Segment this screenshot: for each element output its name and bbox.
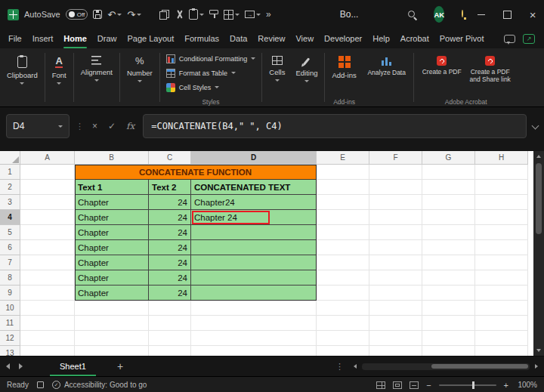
cell-G5[interactable] (422, 225, 475, 240)
comments-icon[interactable] (504, 35, 515, 43)
cell-H7[interactable] (475, 255, 528, 270)
autosave-toggle[interactable]: Off (66, 9, 88, 20)
cell-D2[interactable]: CONCATENATED TEXT (191, 180, 317, 195)
cell-G4[interactable] (422, 210, 475, 225)
name-box[interactable]: D4 (6, 114, 70, 138)
cell-H4[interactable] (475, 210, 528, 225)
select-all-corner[interactable] (0, 151, 20, 165)
macro-record-icon[interactable] (37, 381, 44, 388)
menu-item-insert[interactable]: Insert (27, 29, 59, 48)
cell-D13[interactable] (191, 346, 317, 356)
row-header-2[interactable]: 2 (0, 180, 20, 195)
row-header-3[interactable]: 3 (0, 195, 20, 210)
cell-D11[interactable] (191, 316, 317, 331)
more-commands-button[interactable]: » (266, 9, 271, 20)
create-pdf-button[interactable]: Create a PDF (419, 56, 465, 76)
menu-item-acrobat[interactable]: Acrobat (395, 29, 434, 48)
conditional-formatting-button[interactable]: Conditional Formatting (166, 51, 256, 66)
cell-C3[interactable]: 24 (149, 195, 191, 210)
menu-item-review[interactable]: Review (252, 29, 290, 48)
zoom-in-button[interactable]: + (504, 381, 508, 390)
cell-H9[interactable] (475, 286, 528, 301)
cell-A7[interactable] (20, 255, 75, 270)
menu-item-data[interactable]: Data (224, 29, 252, 48)
cell-B1[interactable]: CONCATENATE FUNCTION (75, 165, 317, 180)
formula-input[interactable]: =CONCATENATE(B4," ", C4) (143, 114, 527, 138)
close-button[interactable]: × (520, 0, 544, 29)
menu-item-view[interactable]: View (290, 29, 319, 48)
menu-item-home[interactable]: Home (58, 29, 92, 48)
tab-scroll-right-icon[interactable] (19, 363, 23, 369)
cell-D9[interactable] (191, 286, 317, 301)
new-sheet-button[interactable]: + (117, 361, 123, 372)
cell-A12[interactable] (20, 331, 75, 346)
cell-B12[interactable] (75, 331, 149, 346)
column-header-c[interactable]: C (149, 151, 191, 165)
cell-E6[interactable] (317, 240, 369, 255)
scroll-up-icon[interactable] (536, 155, 541, 158)
account-avatar[interactable]: AK (434, 6, 444, 23)
cell-D7[interactable] (191, 255, 317, 270)
vertical-scrollbar[interactable] (533, 151, 544, 356)
cells-group[interactable]: Cells (264, 48, 290, 106)
column-header-g[interactable]: G (422, 151, 475, 165)
alignment-group[interactable]: Alignment (76, 48, 118, 106)
cell-B11[interactable] (75, 316, 149, 331)
font-group[interactable]: A Font (47, 48, 72, 106)
cell-F1[interactable] (369, 165, 422, 180)
cell-F5[interactable] (369, 225, 422, 240)
cell-E8[interactable] (317, 270, 369, 286)
cell-B10[interactable] (75, 301, 149, 316)
share-icon[interactable]: ↗ (523, 34, 535, 44)
vertical-scroll-thumb[interactable] (536, 163, 542, 234)
cell-E7[interactable] (317, 255, 369, 270)
cell-E9[interactable] (317, 286, 369, 301)
cell-E5[interactable] (317, 225, 369, 240)
cell-D5[interactable] (191, 225, 317, 240)
cell-G10[interactable] (422, 301, 475, 316)
cell-D12[interactable] (191, 331, 317, 346)
cell-G9[interactable] (422, 286, 475, 301)
cell-H1[interactable] (475, 165, 528, 180)
cell-E3[interactable] (317, 195, 369, 210)
cell-A13[interactable] (20, 346, 75, 356)
column-header-e[interactable]: E (317, 151, 369, 165)
cell-E10[interactable] (317, 301, 369, 316)
cell-C11[interactable] (149, 316, 191, 331)
column-header-d[interactable]: D (191, 151, 317, 165)
row-header-5[interactable]: 5 (0, 225, 20, 240)
redo-button[interactable]: ↷ (127, 10, 141, 20)
cut-button[interactable] (175, 10, 184, 20)
cell-F3[interactable] (369, 195, 422, 210)
paste-button[interactable] (189, 9, 204, 20)
accessibility-status[interactable]: ✓ Accessibility: Good to go (52, 381, 147, 389)
cell-G11[interactable] (422, 316, 475, 331)
zoom-level[interactable]: 100% (516, 381, 537, 389)
addins-group[interactable]: Add-ins Add-ins (326, 48, 361, 106)
row-header-13[interactable]: 13 (0, 346, 20, 356)
cell-F13[interactable] (369, 346, 422, 356)
horizontal-scrollbar[interactable] (362, 363, 530, 370)
cell-G6[interactable] (422, 240, 475, 255)
row-header-4[interactable]: 4 (0, 210, 20, 225)
cell-A8[interactable] (20, 270, 75, 286)
menu-item-developer[interactable]: Developer (319, 29, 367, 48)
cell-F11[interactable] (369, 316, 422, 331)
cell-C10[interactable] (149, 301, 191, 316)
page-layout-view-icon[interactable] (393, 381, 402, 389)
cell-F10[interactable] (369, 301, 422, 316)
cell-E2[interactable] (317, 180, 369, 195)
cell-A5[interactable] (20, 225, 75, 240)
menu-item-help[interactable]: Help (367, 29, 395, 48)
row-header-8[interactable]: 8 (0, 270, 20, 286)
cell-C12[interactable] (149, 331, 191, 346)
cell-A2[interactable] (20, 180, 75, 195)
cell-H2[interactable] (475, 180, 528, 195)
cell-C6[interactable]: 24 (149, 240, 191, 255)
column-header-f[interactable]: F (369, 151, 422, 165)
cell-E12[interactable] (317, 331, 369, 346)
cell-D6[interactable] (191, 240, 317, 255)
cell-A10[interactable] (20, 301, 75, 316)
cell-G1[interactable] (422, 165, 475, 180)
cell-H6[interactable] (475, 240, 528, 255)
